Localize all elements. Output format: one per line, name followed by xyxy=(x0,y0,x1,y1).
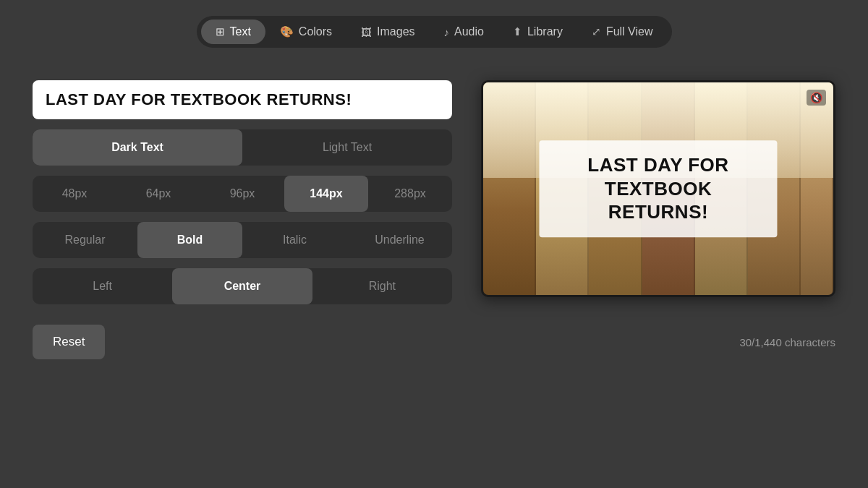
size-options-row: 48px 64px 96px 144px 288px xyxy=(33,176,452,212)
align-options-row: Left Center Right xyxy=(33,268,452,304)
size-48-button[interactable]: 48px xyxy=(33,176,116,212)
library-icon: ⬆ xyxy=(513,25,522,38)
nav-label-colors: Colors xyxy=(299,25,332,38)
dark-text-button[interactable]: Dark Text xyxy=(33,129,242,166)
fullview-icon: ⤢ xyxy=(592,25,601,38)
reset-button[interactable]: Reset xyxy=(33,325,105,359)
nav-label-fullview: Full View xyxy=(606,25,653,38)
size-288-button[interactable]: 288px xyxy=(368,176,452,212)
style-options-row: Regular Bold Italic Underline xyxy=(33,222,452,258)
audio-icon: ♪ xyxy=(444,26,450,38)
underline-style-button[interactable]: Underline xyxy=(347,222,452,258)
preview-screen: 🔇 LAST DAY FOR TEXTBOOK RETURNS! xyxy=(481,80,835,297)
images-icon: 🖼 xyxy=(361,26,372,38)
nav-item-fullview[interactable]: ⤢ Full View xyxy=(577,20,668,44)
colors-icon: 🎨 xyxy=(280,25,294,38)
bold-style-button[interactable]: Bold xyxy=(137,222,242,258)
nav-label-library: Library xyxy=(527,25,563,38)
right-align-button[interactable]: Right xyxy=(312,268,452,304)
text-input[interactable] xyxy=(33,80,452,119)
italic-style-button[interactable]: Italic xyxy=(242,222,347,258)
nav-item-audio[interactable]: ♪ Audio xyxy=(430,20,498,44)
left-align-button[interactable]: Left xyxy=(33,268,172,304)
color-options-row: Dark Text Light Text xyxy=(33,129,452,166)
preview-panel: 🔇 LAST DAY FOR TEXTBOOK RETURNS! xyxy=(481,80,835,304)
nav-label-audio: Audio xyxy=(454,25,484,38)
preview-text: LAST DAY FOR TEXTBOOK RETURNS! xyxy=(559,153,757,224)
top-navigation: ⊞ Text 🎨 Colors 🖼 Images ♪ Audio ⬆ Libra… xyxy=(197,0,672,48)
nav-item-text[interactable]: ⊞ Text xyxy=(201,20,265,44)
editor-panel: Dark Text Light Text 48px 64px 96px 144p… xyxy=(33,80,452,304)
nav-item-images[interactable]: 🖼 Images xyxy=(346,20,429,44)
center-align-button[interactable]: Center xyxy=(172,268,312,304)
nav-label-text: Text xyxy=(230,25,251,38)
size-96-button[interactable]: 96px xyxy=(200,176,284,212)
size-64-button[interactable]: 64px xyxy=(116,176,200,212)
nav-item-colors[interactable]: 🎨 Colors xyxy=(265,20,346,44)
size-144-button[interactable]: 144px xyxy=(284,176,368,212)
preview-text-overlay: LAST DAY FOR TEXTBOOK RETURNS! xyxy=(539,140,777,237)
light-text-button[interactable]: Light Text xyxy=(242,129,452,166)
character-count: 30/1,440 characters xyxy=(739,336,835,348)
mute-icon: 🔇 xyxy=(807,90,826,106)
nav-item-library[interactable]: ⬆ Library xyxy=(498,20,577,44)
bottom-bar: Reset 30/1,440 characters xyxy=(0,304,868,359)
nav-label-images: Images xyxy=(377,25,414,38)
text-icon: ⊞ xyxy=(216,25,225,38)
regular-style-button[interactable]: Regular xyxy=(33,222,137,258)
